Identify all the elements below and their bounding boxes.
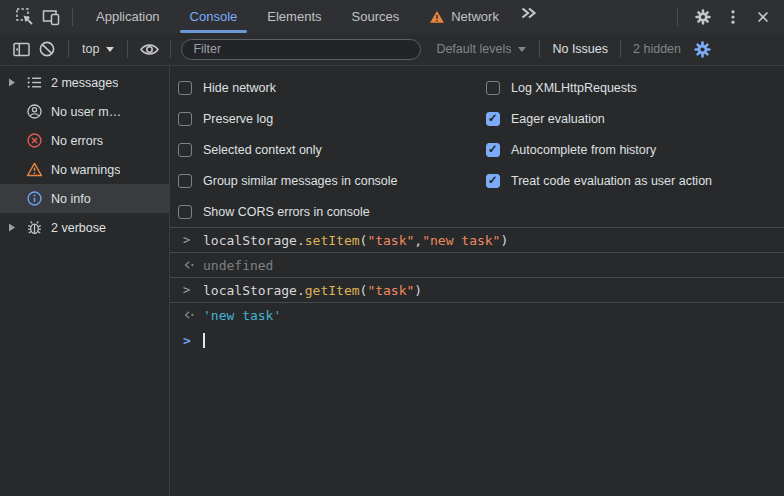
setting-log-xmlhttprequests[interactable]: Log XMLHttpRequests — [486, 72, 784, 103]
devtools-tabbar: Application Console Elements Sources Net… — [0, 0, 784, 33]
prompt-chevron-icon: > — [183, 333, 203, 348]
gear-icon-active — [693, 40, 712, 59]
result-text: undefined — [203, 258, 273, 273]
checkbox[interactable] — [178, 143, 192, 157]
setting-hide-network[interactable]: Hide network — [178, 72, 486, 103]
checkbox[interactable] — [178, 205, 192, 219]
create-live-expression-button[interactable] — [136, 36, 162, 62]
settings-button[interactable] — [690, 4, 716, 30]
chevron-down-icon — [106, 47, 114, 52]
warning-icon — [25, 161, 43, 178]
checkbox-checked[interactable] — [486, 174, 500, 188]
checkbox-checked[interactable] — [486, 143, 500, 157]
setting-group-similar[interactable]: Group similar messages in console — [178, 165, 486, 196]
device-toolbar-icon — [41, 7, 61, 27]
close-devtools-button[interactable] — [750, 4, 776, 30]
sidebar-item-label: No errors — [51, 134, 103, 148]
kebab-menu-icon — [724, 8, 742, 26]
checkbox-checked[interactable] — [486, 112, 500, 126]
sidebar-item-label: 2 verbose — [51, 221, 106, 235]
close-icon — [755, 9, 771, 25]
console-settings-pane: Hide network Preserve log Selected conte… — [170, 66, 784, 227]
inspect-icon — [15, 7, 35, 27]
sidebar-item-label: 2 messages — [51, 76, 118, 90]
setting-treat-eval-user-action[interactable]: Treat code evaluation as user action — [486, 165, 784, 196]
separator — [170, 40, 171, 58]
console-result[interactable]: 'new task' — [170, 302, 784, 327]
chevron-down-icon — [518, 47, 526, 52]
expand-arrow-icon[interactable] — [8, 78, 25, 87]
tab-elements[interactable]: Elements — [252, 0, 336, 33]
filter-input[interactable] — [181, 39, 421, 60]
checkbox[interactable] — [178, 112, 192, 126]
console-main: Hide network Preserve log Selected conte… — [170, 66, 784, 496]
clear-console-button[interactable] — [34, 36, 60, 62]
separator — [127, 40, 128, 58]
list-icon — [25, 74, 43, 91]
setting-label: Selected context only — [203, 143, 322, 157]
context-select-value: top — [82, 42, 99, 56]
sidebar-item-verbose[interactable]: 2 verbose — [0, 213, 169, 242]
user-icon — [25, 103, 43, 120]
command-chevron-icon: > — [183, 283, 203, 297]
setting-autocomplete-history[interactable]: Autocomplete from history — [486, 134, 784, 165]
error-icon — [25, 132, 43, 149]
sidebar-item-errors[interactable]: No errors — [0, 126, 169, 155]
checkbox[interactable] — [486, 81, 500, 95]
setting-label: Group similar messages in console — [203, 174, 398, 188]
separator — [539, 40, 540, 58]
devtools-window: Application Console Elements Sources Net… — [0, 0, 784, 496]
more-tabs-button[interactable] — [516, 0, 542, 26]
setting-label: Preserve log — [203, 112, 273, 126]
setting-show-cors-errors[interactable]: Show CORS errors in console — [178, 196, 486, 227]
panel-toggle-icon — [12, 40, 31, 59]
setting-label: Show CORS errors in console — [203, 205, 370, 219]
separator — [68, 40, 69, 58]
chevrons-right-icon — [520, 6, 537, 20]
console-command[interactable]: > localStorage.getItem("task") — [170, 277, 784, 302]
warning-icon — [429, 9, 445, 25]
text-cursor — [203, 333, 205, 348]
tabbar-right-controls — [669, 4, 784, 30]
tab-sources[interactable]: Sources — [337, 0, 415, 33]
console-result[interactable]: undefined — [170, 252, 784, 277]
command-text: localStorage.setItem("task","new task") — [203, 233, 508, 248]
tab-network[interactable]: Network — [414, 0, 514, 33]
expand-arrow-icon[interactable] — [8, 223, 25, 232]
separator — [677, 8, 678, 26]
console-sidebar-toggle-button[interactable] — [8, 36, 34, 62]
console-prompt[interactable]: > — [170, 327, 784, 354]
tab-console[interactable]: Console — [175, 0, 253, 33]
info-icon — [25, 190, 43, 207]
setting-eager-evaluation[interactable]: Eager evaluation — [486, 103, 784, 134]
console-settings-button[interactable] — [689, 36, 715, 62]
javascript-context-select[interactable]: top — [77, 42, 119, 56]
separator — [72, 8, 73, 26]
console-command[interactable]: > localStorage.setItem("task","new task"… — [170, 227, 784, 252]
eye-icon — [139, 42, 160, 57]
console-messages: > localStorage.setItem("task","new task"… — [170, 227, 784, 354]
inspect-element-button[interactable] — [12, 4, 38, 30]
return-arrow-icon — [183, 309, 203, 321]
command-chevron-icon: > — [183, 233, 203, 247]
sidebar-item-warnings[interactable]: No warnings — [0, 155, 169, 184]
sidebar-item-messages[interactable]: 2 messages — [0, 68, 169, 97]
more-options-button[interactable] — [720, 4, 746, 30]
console-toolbar: top Default levels No Issues 2 hidden — [0, 33, 784, 66]
device-toolbar-button[interactable] — [38, 4, 64, 30]
tab-application[interactable]: Application — [81, 0, 175, 33]
sidebar-item-user-messages[interactable]: No user m… — [0, 97, 169, 126]
hidden-messages-count: 2 hidden — [629, 42, 685, 56]
log-levels-select[interactable]: Default levels — [431, 42, 531, 56]
setting-preserve-log[interactable]: Preserve log — [178, 103, 486, 134]
checkbox[interactable] — [178, 81, 192, 95]
setting-label: Treat code evaluation as user action — [511, 174, 712, 188]
setting-label: Hide network — [203, 81, 276, 95]
setting-selected-context-only[interactable]: Selected context only — [178, 134, 486, 165]
sidebar-item-info[interactable]: No info — [0, 184, 169, 213]
panel-tabs: Application Console Elements Sources Net… — [81, 0, 542, 33]
setting-label: Eager evaluation — [511, 112, 605, 126]
issues-counter[interactable]: No Issues — [548, 42, 612, 56]
log-levels-value: Default levels — [436, 42, 511, 56]
checkbox[interactable] — [178, 174, 192, 188]
